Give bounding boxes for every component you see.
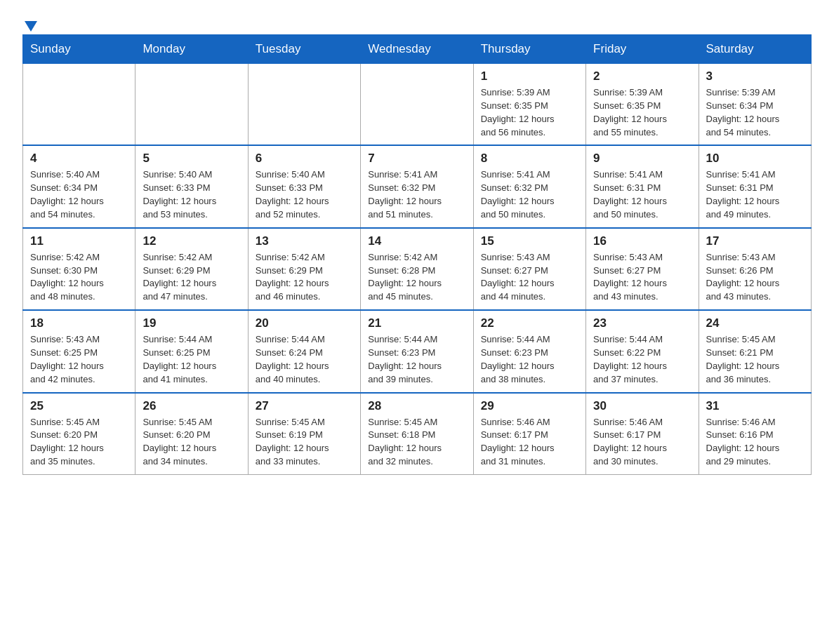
day-info: Sunrise: 5:46 AMSunset: 6:17 PMDaylight:… xyxy=(481,416,578,469)
day-info: Sunrise: 5:43 AMSunset: 6:27 PMDaylight:… xyxy=(481,251,578,304)
calendar-cell: 23Sunrise: 5:44 AMSunset: 6:22 PMDayligh… xyxy=(586,310,699,392)
calendar-cell: 21Sunrise: 5:44 AMSunset: 6:23 PMDayligh… xyxy=(361,310,473,392)
day-number: 28 xyxy=(368,399,465,413)
day-info: Sunrise: 5:39 AMSunset: 6:34 PMDaylight:… xyxy=(706,86,804,139)
day-number: 25 xyxy=(30,399,128,413)
day-info: Sunrise: 5:43 AMSunset: 6:27 PMDaylight:… xyxy=(593,251,691,304)
day-number: 24 xyxy=(706,316,804,330)
day-number: 31 xyxy=(706,399,804,413)
calendar-cell: 26Sunrise: 5:45 AMSunset: 6:20 PMDayligh… xyxy=(135,393,248,475)
calendar-cell: 19Sunrise: 5:44 AMSunset: 6:25 PMDayligh… xyxy=(135,310,248,392)
calendar-cell xyxy=(23,64,135,146)
calendar-cell: 6Sunrise: 5:40 AMSunset: 6:33 PMDaylight… xyxy=(248,145,360,227)
day-number: 4 xyxy=(30,152,128,166)
day-info: Sunrise: 5:40 AMSunset: 6:34 PMDaylight:… xyxy=(30,168,128,221)
day-info: Sunrise: 5:40 AMSunset: 6:33 PMDaylight:… xyxy=(256,168,353,221)
day-number: 15 xyxy=(481,234,578,248)
day-info: Sunrise: 5:42 AMSunset: 6:29 PMDaylight:… xyxy=(256,251,353,304)
calendar-cell: 7Sunrise: 5:41 AMSunset: 6:32 PMDaylight… xyxy=(361,145,473,227)
day-number: 19 xyxy=(143,316,240,330)
calendar-cell: 5Sunrise: 5:40 AMSunset: 6:33 PMDaylight… xyxy=(135,145,248,227)
calendar-cell: 31Sunrise: 5:46 AMSunset: 6:16 PMDayligh… xyxy=(699,393,811,475)
day-number: 13 xyxy=(256,234,353,248)
day-number: 29 xyxy=(481,399,578,413)
day-number: 10 xyxy=(706,152,804,166)
calendar-cell: 13Sunrise: 5:42 AMSunset: 6:29 PMDayligh… xyxy=(248,228,360,310)
day-info: Sunrise: 5:43 AMSunset: 6:26 PMDaylight:… xyxy=(706,251,804,304)
calendar-cell: 25Sunrise: 5:45 AMSunset: 6:20 PMDayligh… xyxy=(23,393,135,475)
calendar-cell: 15Sunrise: 5:43 AMSunset: 6:27 PMDayligh… xyxy=(473,228,585,310)
calendar-cell: 3Sunrise: 5:39 AMSunset: 6:34 PMDaylight… xyxy=(699,64,811,146)
day-number: 2 xyxy=(593,69,691,83)
day-number: 9 xyxy=(593,152,691,166)
calendar-cell: 4Sunrise: 5:40 AMSunset: 6:34 PMDaylight… xyxy=(23,145,135,227)
day-number: 22 xyxy=(481,316,578,330)
weekday-header-monday: Monday xyxy=(135,35,248,64)
calendar-cell: 22Sunrise: 5:44 AMSunset: 6:23 PMDayligh… xyxy=(473,310,585,392)
weekday-header-thursday: Thursday xyxy=(473,35,585,64)
day-info: Sunrise: 5:45 AMSunset: 6:19 PMDaylight:… xyxy=(256,416,353,469)
day-number: 16 xyxy=(593,234,691,248)
day-info: Sunrise: 5:44 AMSunset: 6:25 PMDaylight:… xyxy=(143,333,240,386)
calendar-table: SundayMondayTuesdayWednesdayThursdayFrid… xyxy=(22,34,812,475)
day-number: 20 xyxy=(256,316,353,330)
calendar-cell: 16Sunrise: 5:43 AMSunset: 6:27 PMDayligh… xyxy=(586,228,699,310)
day-info: Sunrise: 5:40 AMSunset: 6:33 PMDaylight:… xyxy=(143,168,240,221)
day-number: 7 xyxy=(368,152,465,166)
weekday-header-friday: Friday xyxy=(586,35,699,64)
day-info: Sunrise: 5:44 AMSunset: 6:23 PMDaylight:… xyxy=(368,333,465,386)
day-number: 30 xyxy=(593,399,691,413)
calendar-cell: 1Sunrise: 5:39 AMSunset: 6:35 PMDaylight… xyxy=(473,64,585,146)
day-info: Sunrise: 5:46 AMSunset: 6:17 PMDaylight:… xyxy=(593,416,691,469)
day-info: Sunrise: 5:41 AMSunset: 6:31 PMDaylight:… xyxy=(706,168,804,221)
day-info: Sunrise: 5:42 AMSunset: 6:29 PMDaylight:… xyxy=(143,251,240,304)
day-info: Sunrise: 5:41 AMSunset: 6:32 PMDaylight:… xyxy=(368,168,465,221)
calendar-cell: 29Sunrise: 5:46 AMSunset: 6:17 PMDayligh… xyxy=(473,393,585,475)
calendar-cell: 10Sunrise: 5:41 AMSunset: 6:31 PMDayligh… xyxy=(699,145,811,227)
week-row-1: 1Sunrise: 5:39 AMSunset: 6:35 PMDaylight… xyxy=(23,64,812,146)
logo-triangle-icon xyxy=(25,21,37,32)
day-info: Sunrise: 5:39 AMSunset: 6:35 PMDaylight:… xyxy=(593,86,691,139)
day-info: Sunrise: 5:41 AMSunset: 6:32 PMDaylight:… xyxy=(481,168,578,221)
calendar-cell xyxy=(248,64,360,146)
calendar-cell: 14Sunrise: 5:42 AMSunset: 6:28 PMDayligh… xyxy=(361,228,473,310)
day-number: 17 xyxy=(706,234,804,248)
calendar-cell: 20Sunrise: 5:44 AMSunset: 6:24 PMDayligh… xyxy=(248,310,360,392)
day-info: Sunrise: 5:45 AMSunset: 6:21 PMDaylight:… xyxy=(706,333,804,386)
day-number: 26 xyxy=(143,399,240,413)
day-info: Sunrise: 5:42 AMSunset: 6:30 PMDaylight:… xyxy=(30,251,128,304)
day-number: 23 xyxy=(593,316,691,330)
calendar-cell: 28Sunrise: 5:45 AMSunset: 6:18 PMDayligh… xyxy=(361,393,473,475)
day-info: Sunrise: 5:44 AMSunset: 6:24 PMDaylight:… xyxy=(256,333,353,386)
day-number: 12 xyxy=(143,234,240,248)
day-info: Sunrise: 5:44 AMSunset: 6:22 PMDaylight:… xyxy=(593,333,691,386)
calendar-cell: 27Sunrise: 5:45 AMSunset: 6:19 PMDayligh… xyxy=(248,393,360,475)
day-info: Sunrise: 5:43 AMSunset: 6:25 PMDaylight:… xyxy=(30,333,128,386)
week-row-4: 18Sunrise: 5:43 AMSunset: 6:25 PMDayligh… xyxy=(23,310,812,392)
day-info: Sunrise: 5:45 AMSunset: 6:18 PMDaylight:… xyxy=(368,416,465,469)
day-info: Sunrise: 5:45 AMSunset: 6:20 PMDaylight:… xyxy=(30,416,128,469)
calendar-cell: 18Sunrise: 5:43 AMSunset: 6:25 PMDayligh… xyxy=(23,310,135,392)
day-number: 11 xyxy=(30,234,128,248)
calendar-cell: 8Sunrise: 5:41 AMSunset: 6:32 PMDaylight… xyxy=(473,145,585,227)
day-number: 8 xyxy=(481,152,578,166)
page-header xyxy=(22,17,812,29)
calendar-cell xyxy=(361,64,473,146)
day-info: Sunrise: 5:42 AMSunset: 6:28 PMDaylight:… xyxy=(368,251,465,304)
day-info: Sunrise: 5:44 AMSunset: 6:23 PMDaylight:… xyxy=(481,333,578,386)
day-info: Sunrise: 5:41 AMSunset: 6:31 PMDaylight:… xyxy=(593,168,691,221)
weekday-header-wednesday: Wednesday xyxy=(361,35,473,64)
calendar-cell: 24Sunrise: 5:45 AMSunset: 6:21 PMDayligh… xyxy=(699,310,811,392)
calendar-cell: 2Sunrise: 5:39 AMSunset: 6:35 PMDaylight… xyxy=(586,64,699,146)
calendar-cell: 9Sunrise: 5:41 AMSunset: 6:31 PMDaylight… xyxy=(586,145,699,227)
day-number: 5 xyxy=(143,152,240,166)
day-info: Sunrise: 5:46 AMSunset: 6:16 PMDaylight:… xyxy=(706,416,804,469)
day-info: Sunrise: 5:45 AMSunset: 6:20 PMDaylight:… xyxy=(143,416,240,469)
day-number: 3 xyxy=(706,69,804,83)
week-row-5: 25Sunrise: 5:45 AMSunset: 6:20 PMDayligh… xyxy=(23,393,812,475)
day-number: 21 xyxy=(368,316,465,330)
week-row-2: 4Sunrise: 5:40 AMSunset: 6:34 PMDaylight… xyxy=(23,145,812,227)
calendar-cell: 11Sunrise: 5:42 AMSunset: 6:30 PMDayligh… xyxy=(23,228,135,310)
day-number: 27 xyxy=(256,399,353,413)
weekday-header-saturday: Saturday xyxy=(699,35,811,64)
